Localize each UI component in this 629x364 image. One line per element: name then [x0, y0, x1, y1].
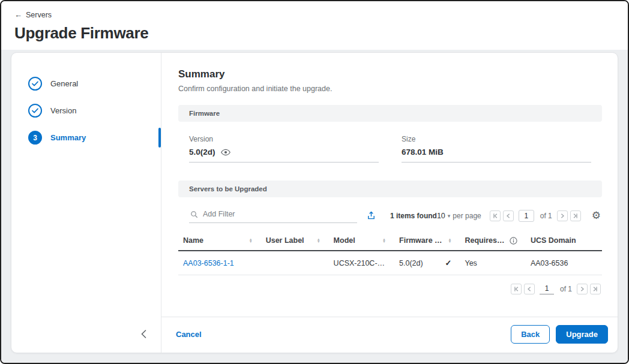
server-name-link[interactable]: AA03-6536-1-1: [183, 259, 234, 267]
sidebar-collapse-button[interactable]: [139, 327, 149, 343]
step-number-badge: 3: [28, 131, 42, 145]
firmware-fields: Version 5.0(2d) Size 678.01 MiB: [178, 122, 602, 181]
info-icon[interactable]: [510, 237, 517, 245]
servers-section-header: Servers to be Upgraded: [178, 181, 602, 197]
chevron-down-icon: ▾: [448, 213, 451, 219]
step-complete-check-icon: [28, 104, 42, 118]
add-filter-input[interactable]: [203, 210, 356, 218]
filter-box: [189, 208, 357, 223]
page-of-label: of 1: [560, 285, 572, 293]
first-page-button[interactable]: [490, 210, 501, 221]
column-header-firmware-version[interactable]: Firmware V... ▲▼: [394, 230, 460, 251]
step-general-label: General: [50, 79, 78, 88]
page-of-label: of 1: [540, 212, 552, 220]
search-icon: [190, 210, 198, 218]
size-value: 678.01 MiB: [402, 148, 444, 157]
export-icon[interactable]: [367, 211, 376, 220]
column-header-user-label[interactable]: User Label ▲▼: [261, 230, 329, 251]
check-icon: ✓: [445, 258, 452, 267]
step-version-label: Version: [50, 106, 76, 115]
firmware-size-field: Size 678.01 MiB: [402, 135, 591, 163]
step-general[interactable]: General: [11, 71, 161, 97]
page-body: General Version 3 Summary Summary Confir…: [1, 50, 628, 363]
version-value: 5.0(2d): [189, 148, 215, 157]
sort-icon[interactable]: ▲▼: [448, 238, 452, 243]
first-page-button[interactable]: [511, 284, 522, 294]
sort-icon[interactable]: ▲▼: [249, 238, 253, 243]
eye-icon[interactable]: [221, 149, 230, 156]
summary-panel: Summary Confirm configuration and initia…: [161, 53, 618, 317]
per-page-label: per page: [453, 212, 481, 220]
summary-heading: Summary: [178, 68, 602, 80]
requires-reboot-cell: Yes: [460, 251, 525, 275]
items-found-label: 1 items found: [390, 212, 437, 220]
column-header-name[interactable]: Name ▲▼: [178, 230, 261, 251]
previous-page-button[interactable]: [524, 284, 535, 294]
size-label: Size: [402, 135, 591, 143]
back-button[interactable]: Back: [511, 325, 550, 344]
step-complete-check-icon: [28, 77, 42, 91]
back-arrow-icon: ←: [14, 10, 22, 19]
firmware-version-field: Version 5.0(2d): [189, 135, 379, 163]
next-page-button[interactable]: [577, 284, 588, 294]
sort-icon[interactable]: ▲▼: [382, 238, 386, 243]
wizard-stepper: General Version 3 Summary: [11, 53, 161, 353]
table-settings-gear-icon[interactable]: ⚙: [592, 210, 601, 221]
step-summary-label: Summary: [50, 133, 86, 142]
step-version[interactable]: Version: [11, 98, 161, 124]
wizard-content: Summary Confirm configuration and initia…: [161, 53, 618, 353]
upgrade-button[interactable]: Upgrade: [556, 325, 608, 344]
page-number-input[interactable]: [519, 210, 534, 222]
servers-table: Name ▲▼ User Label ▲▼: [178, 230, 602, 275]
column-header-ucs-domain[interactable]: UCS Domain: [526, 230, 602, 251]
wizard-card: General Version 3 Summary Summary Confir…: [11, 52, 618, 353]
table-pagination-bottom: of 1: [178, 284, 602, 294]
summary-subheading: Confirm configuration and initiate the u…: [178, 85, 602, 93]
back-link-label: Servers: [26, 11, 52, 19]
per-page-value: 10: [437, 212, 445, 220]
firmware-section-header: Firmware: [178, 105, 602, 122]
column-header-model[interactable]: Model ▲▼: [329, 230, 394, 251]
page-header: ← Servers Upgrade Firmware: [1, 1, 628, 50]
page-title: Upgrade Firmware: [14, 24, 615, 43]
wizard-footer: Cancel Back Upgrade: [161, 317, 618, 353]
last-page-button[interactable]: [570, 210, 581, 221]
version-label: Version: [189, 135, 379, 143]
step-summary[interactable]: 3 Summary: [11, 125, 161, 151]
back-to-servers-link[interactable]: ← Servers: [14, 10, 52, 19]
firmware-version-cell: 5.0(2d) ✓: [394, 251, 460, 275]
table-toolbar: 1 items found 10 ▾ per page: [178, 197, 602, 223]
model-cell: UCSX-210C-M6: [329, 251, 394, 275]
previous-page-button[interactable]: [503, 210, 514, 221]
per-page-select[interactable]: 10 ▾: [437, 212, 450, 220]
last-page-button[interactable]: [590, 284, 601, 294]
table-row[interactable]: AA03-6536-1-1 UCSX-210C-M6 5.0(2d) ✓ Yes…: [178, 251, 602, 275]
next-page-button[interactable]: [557, 210, 568, 221]
ucs-domain-cell: AA03-6536: [526, 251, 602, 275]
sort-icon[interactable]: ▲▼: [317, 238, 321, 243]
column-header-requires-reboot[interactable]: Requires Reb...: [460, 230, 525, 251]
cancel-button[interactable]: Cancel: [176, 330, 202, 339]
table-pagination-top: of 1: [490, 210, 581, 222]
page-number-input[interactable]: [540, 284, 554, 294]
user-label-cell: [261, 251, 329, 275]
